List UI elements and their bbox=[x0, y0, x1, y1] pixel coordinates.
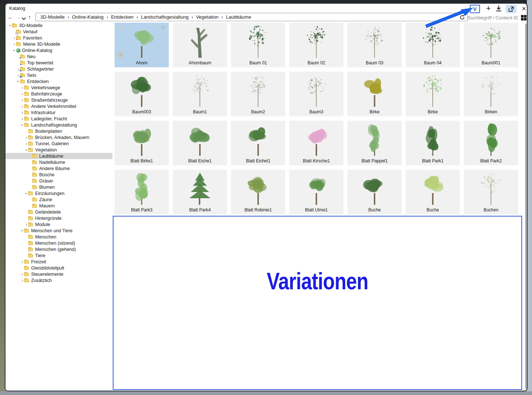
tree-item-nadelbäume[interactable]: Nadelbäume bbox=[5, 159, 112, 165]
chevron-collapsed-icon[interactable]: › bbox=[21, 105, 24, 108]
chevron-collapsed-icon[interactable]: › bbox=[21, 117, 24, 121]
tree-item-entdecken[interactable]: ›Entdecken bbox=[5, 78, 112, 84]
variations-button[interactable]: V bbox=[470, 5, 480, 13]
tree-item-zäune[interactable]: Zäune bbox=[5, 196, 112, 203]
search-input[interactable] bbox=[468, 14, 518, 21]
refresh-icon[interactable] bbox=[459, 14, 465, 20]
tree-item-brücken-arkaden-mauern[interactable]: ›Brücken, Arkaden, Mauern bbox=[5, 134, 112, 140]
model-tile-birken[interactable]: Birken bbox=[464, 72, 518, 116]
tile-view-icon[interactable] bbox=[521, 15, 527, 20]
chevron-expanded-icon[interactable]: › bbox=[16, 80, 20, 83]
model-tile-birke[interactable]: Birke bbox=[347, 72, 402, 116]
model-tile-blatt-kirsche1[interactable]: Blatt Kirsche1 bbox=[289, 121, 343, 165]
tree-item-menschen-gehend-[interactable]: Menschen (gehend) bbox=[5, 246, 112, 252]
chevron-collapsed-icon[interactable]: › bbox=[21, 272, 24, 276]
tree-item-schlagwörter[interactable]: ›◆Schlagwörter bbox=[5, 66, 112, 72]
tree-item-menschen-sitzend-[interactable]: Menschen (sitzend) bbox=[5, 240, 112, 246]
chevron-collapsed-icon[interactable]: › bbox=[25, 142, 28, 146]
model-tile-baum001[interactable]: Baum001 bbox=[464, 23, 518, 67]
tree-item-einzäunungen[interactable]: ›Einzäunungen bbox=[5, 190, 112, 196]
tree-item-top-bewertet[interactable]: ▲Top bewertet bbox=[5, 60, 112, 66]
model-tile-blatt-park2[interactable]: Blatt Park2 bbox=[464, 121, 518, 165]
breadcrumb-item[interactable]: Landschaftsgestaltung bbox=[139, 14, 191, 20]
chevron-collapsed-icon[interactable]: › bbox=[25, 136, 28, 139]
chevron-expanded-icon[interactable]: › bbox=[21, 123, 24, 127]
model-tile-baum003[interactable]: Baum003 bbox=[115, 72, 169, 116]
breadcrumb-item[interactable]: Laubbäume bbox=[224, 14, 253, 20]
tree-item-ladegüter-fracht[interactable]: ›Ladegüter, Fracht bbox=[5, 116, 112, 122]
tree-item-andere-bäume[interactable]: Andere Bäume bbox=[5, 165, 112, 172]
model-tile-blatt-park3[interactable]: Blatt Park3 bbox=[115, 170, 169, 214]
chevron-expanded-icon[interactable]: › bbox=[21, 229, 24, 233]
model-tile-baum-03[interactable]: Baum 03 bbox=[347, 23, 402, 67]
tree-item-sets[interactable]: ›▦Sets bbox=[5, 72, 112, 78]
model-tile-blatt-eiche1[interactable]: Blatt Eiche1 bbox=[173, 121, 227, 165]
model-tile-blatt-pappel1[interactable]: Blatt Pappel1 bbox=[347, 121, 402, 165]
tree-item-zusätzlich[interactable]: ›Zusätzlich bbox=[5, 277, 112, 283]
recent-locations-caret-icon[interactable] bbox=[22, 16, 25, 19]
tree-item-tunnel-galerien[interactable]: ›Tunnel, Galerien bbox=[5, 140, 112, 147]
open-external-button[interactable] bbox=[506, 5, 517, 13]
chevron-collapsed-icon[interactable]: › bbox=[25, 223, 28, 226]
breadcrumb-item[interactable]: 3D-Modelle bbox=[38, 14, 67, 20]
download-icon[interactable] bbox=[495, 5, 503, 12]
model-tile-buchen[interactable]: Buchen bbox=[464, 170, 518, 214]
tree-item-blumen[interactable]: Blumen bbox=[5, 184, 112, 190]
tree-item-geländeteile[interactable]: Geländeteile bbox=[5, 209, 112, 215]
chevron-collapsed-icon[interactable]: › bbox=[21, 260, 24, 264]
tree-item-menschen-und-tiere[interactable]: ›Menschen und Tiere bbox=[5, 227, 112, 234]
close-button[interactable]: ✕ bbox=[520, 4, 528, 13]
tree-item-bahnfahrzeuge[interactable]: ›Bahnfahrzeuge bbox=[5, 91, 112, 97]
tree-item-verkehrswege[interactable]: ›Verkehrswege bbox=[5, 84, 112, 91]
model-tile-buche[interactable]: Buche bbox=[406, 170, 460, 214]
check-icon[interactable]: ✓ bbox=[118, 52, 123, 58]
tree-item-neu[interactable]: *Neu bbox=[5, 53, 112, 60]
favorite-star-icon[interactable]: ★ bbox=[118, 25, 123, 31]
tree-item-steuerelemente[interactable]: ›Steuerelemente bbox=[5, 271, 112, 277]
tree-item-favoriten[interactable]: ›★Favoriten bbox=[5, 35, 112, 41]
chevron-expanded-icon[interactable]: › bbox=[25, 192, 28, 195]
breadcrumb-item[interactable]: Entdecken bbox=[109, 14, 135, 20]
tree-item-gräser[interactable]: Gräser bbox=[5, 178, 112, 184]
tree-item-straßenfahrzeuge[interactable]: ›Straßenfahrzeuge bbox=[5, 97, 112, 103]
chevron-collapsed-icon[interactable]: › bbox=[21, 98, 24, 102]
chevron-collapsed-icon[interactable]: › bbox=[21, 111, 24, 114]
model-tile-buche[interactable]: Buche bbox=[347, 170, 402, 214]
breadcrumb-item[interactable]: Vegetation bbox=[194, 14, 220, 20]
tree-item-online-katalog[interactable]: ›Online-Katalog bbox=[5, 47, 112, 53]
model-tile-baum2[interactable]: Baum2 bbox=[231, 72, 285, 116]
tree-item-infrastruktur[interactable]: ›Infrastruktur bbox=[5, 109, 112, 116]
tree-item-freizeit[interactable]: ›Freizeit bbox=[5, 259, 112, 265]
model-tile-blatt-park4[interactable]: Blatt Park4 bbox=[173, 170, 227, 214]
chevron-expanded-icon[interactable]: › bbox=[8, 24, 12, 27]
tree-item-gleisbildstellpult[interactable]: Gleisbildstellpult bbox=[5, 265, 112, 271]
model-tile-birke[interactable]: Birke bbox=[406, 72, 460, 116]
add-button[interactable]: + bbox=[484, 4, 493, 13]
grid-scrollbar[interactable] bbox=[525, 23, 527, 389]
tree-item-landschaftsgestaltung[interactable]: ›Landschaftsgestaltung bbox=[5, 122, 112, 128]
tree-item-tiere[interactable]: Tiere bbox=[5, 252, 112, 259]
tree-item-3d-modelle[interactable]: ›3D-Modelle bbox=[5, 22, 112, 29]
breadcrumb-item[interactable]: Online-Katalog bbox=[70, 14, 106, 20]
chevron-expanded-icon[interactable]: › bbox=[25, 148, 28, 152]
tree-item-laubbäume[interactable]: Laubbäume bbox=[5, 153, 112, 159]
tree-item-meine-3d-modelle[interactable]: ›Meine 3D-Modelle bbox=[5, 41, 112, 47]
tree-item-büsche[interactable]: Büsche bbox=[5, 172, 112, 178]
tree-item-verlauf[interactable]: Verlauf bbox=[5, 29, 112, 35]
chevron-collapsed-icon[interactable]: › bbox=[21, 86, 24, 90]
model-tile-ahorn[interactable]: ★⚙✓Ahorn bbox=[115, 23, 169, 67]
tree-item-vegetation[interactable]: ›Vegetation bbox=[5, 147, 112, 153]
chevron-collapsed-icon[interactable]: › bbox=[12, 42, 16, 46]
tree-item-hintergründe[interactable]: Hintergründe bbox=[5, 215, 112, 221]
model-tile-blatt-eichel1[interactable]: Blatt Eichel1 bbox=[231, 121, 285, 165]
chevron-collapsed-icon[interactable]: › bbox=[21, 279, 24, 282]
model-tile-blatt-park1[interactable]: Blatt Park1 bbox=[406, 121, 460, 165]
chevron-collapsed-icon[interactable]: › bbox=[21, 92, 24, 96]
model-tile-blatt-robinie1[interactable]: Blatt Robinie1 bbox=[231, 170, 285, 214]
tree-item-module[interactable]: ›Module bbox=[5, 221, 112, 227]
model-tile-baum-02[interactable]: Baum 02 bbox=[289, 23, 343, 67]
forward-button[interactable]: → bbox=[15, 14, 21, 20]
model-tile-baum3[interactable]: Baum3 bbox=[289, 72, 343, 116]
model-tile-ahornbaum[interactable]: Ahornbaum bbox=[173, 23, 227, 67]
gear-icon[interactable]: ⚙ bbox=[161, 24, 165, 31]
